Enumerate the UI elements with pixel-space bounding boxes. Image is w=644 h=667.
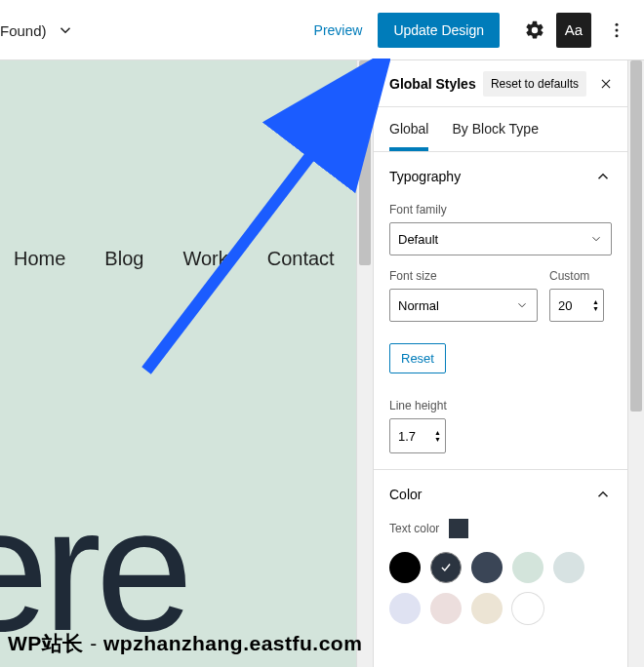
svg-point-1 <box>616 28 619 31</box>
chevron-down-icon <box>515 298 529 312</box>
color-swatch[interactable] <box>389 552 421 583</box>
number-spinner[interactable]: ▲▼ <box>592 298 599 312</box>
chevron-down-icon <box>589 232 603 246</box>
text-color-swatch[interactable] <box>449 519 468 538</box>
nav-home[interactable]: Home <box>14 248 65 270</box>
font-size-value: Normal <box>398 298 439 313</box>
font-family-label: Font family <box>389 203 612 216</box>
top-bar: Found) Preview Update Design Aa <box>0 0 644 60</box>
canvas-wrap: Home Blog Work Contact ere <box>0 60 373 667</box>
color-swatch[interactable] <box>512 593 543 624</box>
color-swatch-selected[interactable] <box>430 552 462 583</box>
color-swatch[interactable] <box>471 593 503 624</box>
check-icon <box>439 560 453 575</box>
main-area: Home Blog Work Contact ere Global Styles… <box>0 60 644 667</box>
reset-defaults-button[interactable]: Reset to defaults <box>483 71 586 97</box>
preview-link[interactable]: Preview <box>314 22 363 38</box>
font-family-value: Default <box>398 232 438 247</box>
template-selector[interactable]: Found) <box>0 0 74 60</box>
settings-button[interactable] <box>517 13 552 48</box>
typography-toggle[interactable]: Typography <box>389 168 612 185</box>
custom-size-value: 20 <box>558 298 572 313</box>
template-label: Found) <box>0 22 47 39</box>
color-swatch[interactable] <box>512 552 543 583</box>
watermark: WP站长 - wpzhanzhang.eastfu.com <box>8 630 362 657</box>
color-swatch[interactable] <box>389 593 421 624</box>
tab-by-block-type[interactable]: By Block Type <box>452 107 538 151</box>
typography-panel: Typography Font family Default Font size… <box>374 152 627 470</box>
close-sidebar-button[interactable] <box>592 70 620 98</box>
update-design-button[interactable]: Update Design <box>378 13 500 48</box>
tab-global[interactable]: Global <box>389 107 428 151</box>
settings-sidebar: Global Styles Reset to defaults Global B… <box>373 60 644 667</box>
color-toggle[interactable]: Color <box>389 486 612 503</box>
custom-size-input[interactable]: 20 ▲▼ <box>549 289 604 322</box>
color-palette <box>389 552 612 624</box>
canvas-scrollbar[interactable] <box>356 60 373 667</box>
editor-canvas[interactable]: Home Blog Work Contact ere <box>0 60 356 667</box>
nav-blog[interactable]: Blog <box>104 248 143 270</box>
color-swatch[interactable] <box>471 552 503 583</box>
sidebar-header: Global Styles Reset to defaults <box>374 60 627 107</box>
color-title: Color <box>389 487 422 502</box>
nav-contact[interactable]: Contact <box>267 248 335 270</box>
custom-size-label: Custom <box>549 269 612 283</box>
chevron-up-icon <box>594 486 612 503</box>
chevron-down-icon <box>57 21 74 39</box>
typography-title: Typography <box>389 169 461 184</box>
text-color-label: Text color <box>389 522 439 535</box>
font-size-label: Font size <box>389 269 538 283</box>
svg-point-2 <box>616 34 619 37</box>
gear-icon <box>524 20 545 41</box>
svg-point-0 <box>616 22 619 25</box>
reset-typography-button[interactable]: Reset <box>389 343 446 373</box>
close-icon <box>599 77 613 91</box>
font-family-select[interactable]: Default <box>389 222 612 255</box>
sidebar-scrollbar-thumb[interactable] <box>630 60 642 412</box>
color-swatch[interactable] <box>553 552 584 583</box>
more-options-button[interactable] <box>599 13 634 48</box>
sidebar-scrollbar[interactable] <box>627 60 644 667</box>
sidebar-tabs: Global By Block Type <box>374 107 627 152</box>
line-height-input[interactable]: 1.7 ▲▼ <box>389 418 446 453</box>
kebab-icon <box>607 20 626 40</box>
nav-work[interactable]: Work <box>182 248 227 270</box>
color-panel: Color Text color <box>374 470 627 640</box>
font-size-select[interactable]: Normal <box>389 289 538 322</box>
site-nav: Home Blog Work Contact <box>0 248 335 270</box>
color-swatch[interactable] <box>430 593 462 624</box>
number-spinner[interactable]: ▲▼ <box>434 429 441 443</box>
chevron-up-icon <box>594 168 612 185</box>
line-height-value: 1.7 <box>398 429 416 444</box>
line-height-label: Line height <box>389 399 612 412</box>
canvas-scrollbar-thumb[interactable] <box>359 60 371 265</box>
global-styles-button[interactable]: Aa <box>556 13 591 48</box>
sidebar-title: Global Styles <box>389 76 483 92</box>
